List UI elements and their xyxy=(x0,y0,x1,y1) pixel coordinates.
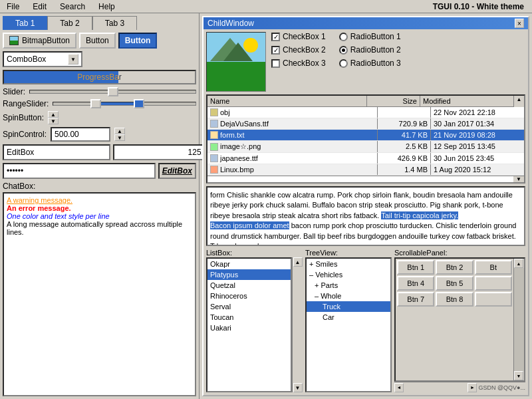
file-list-scroll-down[interactable]: ▼ xyxy=(207,176,524,182)
main-layout: Tab 1 Tab 2 Tab 3 BitmapButton Button Bu… xyxy=(0,13,532,399)
listbox[interactable]: Okapr Platypus Quetzal Rhinoceros Serval… xyxy=(206,257,292,392)
scrollable-btn-8[interactable]: Btn 8 xyxy=(436,292,473,307)
rangeslider-thumb-left[interactable] xyxy=(90,99,101,108)
scrollable-btn-4[interactable]: Btn 4 xyxy=(397,276,434,291)
scrollable-btn-2[interactable]: Btn 2 xyxy=(436,260,473,275)
child-window-close-button[interactable]: × xyxy=(515,19,524,28)
button-1[interactable]: Button xyxy=(79,33,116,49)
treeview[interactable]: + Smiles – Vehicles + Parts – Whole Truc… xyxy=(305,257,392,392)
text-part1: form Chislic shankle cow alcatra rump. P… xyxy=(210,191,513,219)
fl-cell-size: 720.9 kB xyxy=(378,118,431,129)
file-list-header: Name Size Modified xyxy=(207,96,513,107)
scrollable-scroll-left[interactable]: ◄ xyxy=(394,383,404,392)
listbox-item-uakari[interactable]: Uakari xyxy=(207,323,291,333)
chatbox[interactable]: A warning message. An error message. One… xyxy=(3,192,196,396)
treeview-label: TreeView: xyxy=(305,249,392,257)
spincontrol-up[interactable]: ▲ xyxy=(114,128,125,134)
file-list-scroll-up[interactable]: ▲ xyxy=(513,96,524,107)
checkbox-1[interactable] xyxy=(271,33,280,41)
file-row-image[interactable]: image☆.png 2.5 KB 12 Sep 2015 13:45 xyxy=(207,141,524,153)
checkbox-2[interactable] xyxy=(271,46,280,55)
bitmap-button[interactable]: BitmapButton xyxy=(3,33,76,49)
spincontrol-row: SpinControl: ▲ ▼ xyxy=(3,127,196,142)
spinbutton-up[interactable]: ▲ xyxy=(48,111,59,118)
listbox-item-serval[interactable]: Serval xyxy=(207,301,291,312)
file-row-japanese[interactable]: japanese.ttf 426.9 KB 30 Jun 2015 23:45 xyxy=(207,153,524,164)
spincontrol-input[interactable] xyxy=(51,127,110,142)
radio-row-3: RadioButton 3 xyxy=(339,59,401,68)
file-row-linux[interactable]: Linux.bmp 1.4 MB 1 Aug 2020 15:12 xyxy=(207,164,524,176)
mountain2-decoration xyxy=(223,43,253,61)
scrollable-scroll-up[interactable]: ▲ xyxy=(514,259,523,268)
tree-item-whole[interactable]: – Whole xyxy=(307,291,390,301)
tab-1[interactable]: Tab 1 xyxy=(3,16,47,30)
slider-thumb[interactable] xyxy=(108,87,118,96)
scrollable-btn-7[interactable]: Btn 7 xyxy=(397,292,434,307)
checkbox-3-label: CheckBox 3 xyxy=(283,59,326,68)
scrollable-btn-5[interactable]: Btn 5 xyxy=(436,276,473,291)
scrollable-scroll-down[interactable]: ▼ xyxy=(514,371,523,380)
spinbutton-row: SpinButton: ▲ ▼ xyxy=(3,111,196,124)
combobox-row: ComboBox ▼ xyxy=(3,51,196,67)
combobox-arrow-icon[interactable]: ▼ xyxy=(68,54,78,65)
radio-3[interactable] xyxy=(339,59,348,68)
checkboxes-radios: CheckBox 1 CheckBox 2 CheckBox 3 xyxy=(271,32,401,92)
fl-cell-size: 426.9 KB xyxy=(378,153,431,164)
slider-track[interactable] xyxy=(29,90,196,94)
radio-row-2: RadioButton 2 xyxy=(339,45,401,55)
scrollable-scroll-right[interactable]: ► xyxy=(467,383,477,392)
scrollable-btn-9[interactable] xyxy=(475,292,512,307)
tree-item-vehicles[interactable]: – Vehicles xyxy=(307,269,390,280)
text-area[interactable]: form Chislic shankle cow alcatra rump. P… xyxy=(206,186,525,246)
button-2[interactable]: Button xyxy=(118,33,158,49)
combobox[interactable]: ComboBox ▼ xyxy=(3,51,82,67)
spinbutton-down[interactable]: ▼ xyxy=(48,118,59,124)
checkbox-row-1: CheckBox 1 xyxy=(271,32,326,41)
menu-edit[interactable]: Edit xyxy=(29,1,51,12)
scrollable-btn-3[interactable]: Bt xyxy=(475,260,512,275)
spincontrol-arrows: ▲ ▼ xyxy=(114,128,125,141)
checkbox-row-3: CheckBox 3 xyxy=(271,59,326,68)
menu-items: File Edit Search Help xyxy=(3,1,119,12)
fl-cell-size: 1.4 MB xyxy=(378,164,431,175)
checkbox-row-2: CheckBox 2 xyxy=(271,45,326,55)
spincontrol-label: SpinControl: xyxy=(3,130,47,139)
file-row-obj[interactable]: obj 22 Nov 2021 22:18 xyxy=(207,107,524,118)
radio-1[interactable] xyxy=(339,33,348,41)
tree-item-parts[interactable]: + Parts xyxy=(307,280,390,291)
fl-header-modified: Modified xyxy=(420,96,513,106)
password-input[interactable] xyxy=(3,163,156,179)
tab-2[interactable]: Tab 2 xyxy=(47,16,92,30)
listbox-scroll-down[interactable]: ▼ xyxy=(293,383,303,392)
fl-cell-name: Linux.bmp xyxy=(207,164,378,175)
fl-cell-size: 41.7 KB xyxy=(378,130,431,140)
slider-label: Slider: xyxy=(3,87,25,96)
tree-item-smiles[interactable]: + Smiles xyxy=(307,259,390,269)
listbox-item-toucan[interactable]: Toucan xyxy=(207,312,291,323)
scrollable-scroll-vtrack[interactable] xyxy=(514,268,524,371)
listbox-item-platypus[interactable]: Platypus xyxy=(207,269,291,280)
checkbox-3[interactable] xyxy=(271,59,280,68)
tab-3[interactable]: Tab 3 xyxy=(92,16,137,30)
tree-item-truck[interactable]: Truck xyxy=(307,301,390,312)
listbox-item-quetzal[interactable]: Quetzal xyxy=(207,280,291,291)
tree-item-car[interactable]: Car xyxy=(307,312,390,323)
menu-search[interactable]: Search xyxy=(56,1,89,12)
rangeslider-thumb-right[interactable] xyxy=(134,99,144,108)
rangeslider-label: RangeSlider: xyxy=(3,99,49,108)
file-row-dejavusans[interactable]: DejaVuSans.ttf 720.9 kB 30 Jan 2017 01:3… xyxy=(207,118,524,130)
editbox-1[interactable] xyxy=(3,144,110,160)
listbox-item-okapr[interactable]: Okapr xyxy=(207,259,291,269)
menu-file[interactable]: File xyxy=(3,1,23,12)
chat-message-error: An error message. xyxy=(7,204,192,212)
left-panel: Tab 1 Tab 2 Tab 3 BitmapButton Button Bu… xyxy=(0,13,200,399)
scrollable-btn-1[interactable]: Btn 1 xyxy=(397,260,434,275)
file-row-form[interactable]: form.txt 41.7 KB 21 Nov 2019 08:28 xyxy=(207,130,524,141)
listbox-scroll-up[interactable]: ▲ xyxy=(293,257,303,267)
menu-help[interactable]: Help xyxy=(94,1,119,12)
radio-2[interactable] xyxy=(339,46,348,55)
spincontrol-down[interactable]: ▼ xyxy=(114,134,125,141)
rangeslider-track[interactable] xyxy=(53,102,196,106)
scrollable-btn-6[interactable] xyxy=(475,276,512,291)
listbox-item-rhinoceros[interactable]: Rhinoceros xyxy=(207,291,291,301)
